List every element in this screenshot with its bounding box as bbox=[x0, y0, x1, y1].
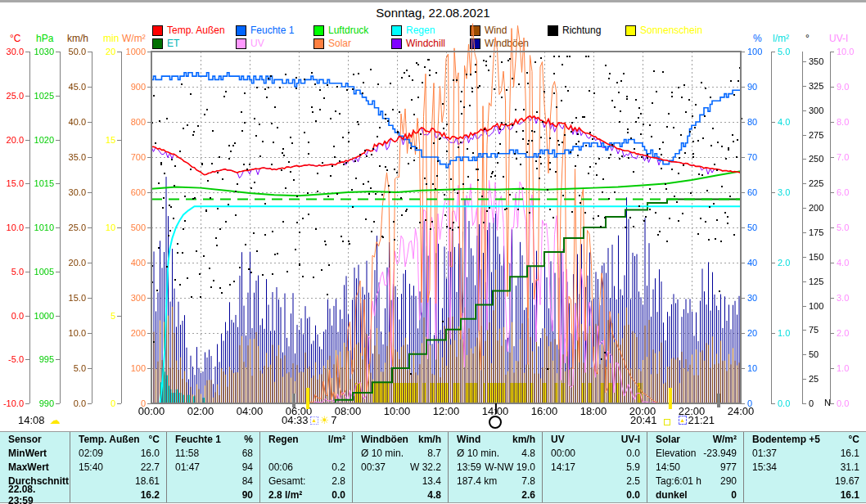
table-row: Ø 10 min.8.7 bbox=[353, 446, 448, 460]
table-col-regen: Regenl/m²00:060.2Gesamt:2.82.8 l/m²0.0 bbox=[259, 432, 352, 502]
sensor-unit: °C bbox=[140, 434, 160, 445]
table-row: 90 bbox=[167, 488, 259, 502]
table-header: SolarW/m² bbox=[647, 432, 743, 446]
max-sunshine-time: 14:08 bbox=[18, 414, 45, 426]
cell-time: 15:40 bbox=[79, 461, 103, 473]
row-label: 22.08. 23:59 bbox=[8, 484, 63, 504]
cell-time: Gesamt: bbox=[268, 475, 305, 487]
table-header: Temp. Außen°C bbox=[70, 432, 166, 446]
table-row: Gesamt:2.8 bbox=[260, 474, 352, 488]
cell-time: 13:59 bbox=[457, 461, 481, 473]
sensor-unit: km/h bbox=[480, 434, 535, 445]
cell-value: 4.8 bbox=[361, 489, 441, 501]
table-row: Tag:6:01 h290 bbox=[647, 474, 743, 488]
cell-time: Elevation bbox=[656, 448, 696, 459]
table-row: 19.67 bbox=[744, 474, 866, 488]
table-col-windb-en: Windböenkm/hØ 10 min.8.700:37W 32.213.44… bbox=[352, 432, 448, 502]
table-row: 18.61 bbox=[70, 474, 166, 488]
table-row: 01:4794 bbox=[167, 460, 259, 474]
row-label: MinWert bbox=[8, 448, 47, 459]
cell-value: 977 bbox=[680, 461, 737, 473]
cell-time: 01:47 bbox=[175, 461, 200, 473]
cell-time: 02:09 bbox=[79, 448, 103, 459]
table-col-temp-au-en: Temp. Außen°C02:0916.015:4022.718.6116.2 bbox=[70, 432, 166, 502]
cell-time: Ø 10 min. bbox=[361, 448, 404, 459]
cell-value: 7.8 bbox=[497, 475, 535, 487]
sunset-time: 20:41 bbox=[630, 414, 657, 426]
sensor-name: Solar bbox=[656, 434, 680, 445]
cell-value: 0.0 bbox=[551, 489, 640, 501]
row-label: Sensor bbox=[8, 434, 42, 445]
table-row: 4.8 bbox=[353, 488, 448, 502]
cell-time: 187.4 km bbox=[457, 475, 497, 487]
table-col-uv: UVUV-I00:000.014:175.92.50.0 bbox=[542, 432, 647, 502]
cell-value: 0 bbox=[688, 489, 737, 501]
sensor-unit: l/m² bbox=[299, 434, 345, 445]
sensor-name: Wind bbox=[457, 434, 480, 445]
cell-time: Tag:6:01 h bbox=[656, 475, 701, 487]
cell-value: 5.9 bbox=[575, 461, 640, 473]
table-header: Windkm/h bbox=[449, 432, 542, 446]
table-col-feuchte-1: Feuchte 1%11:586801:47948490 bbox=[166, 432, 259, 502]
cell-value: 31.1 bbox=[777, 461, 859, 473]
table-row: 13.4 bbox=[353, 474, 448, 488]
table-row: 0.0 bbox=[543, 488, 647, 502]
sensor-name: Bodentemp +5 bbox=[752, 434, 820, 445]
table-row: Elevation-23.949 bbox=[647, 446, 743, 460]
cell-value: 2.6 bbox=[457, 489, 535, 501]
dawn-time: 04:33 bbox=[282, 414, 309, 426]
cell-value: 18.61 bbox=[79, 475, 160, 487]
cell-time: 15:34 bbox=[752, 461, 777, 473]
table-col-wind: Windkm/hØ 10 min.4.813:59W-NW 19.0187.4 … bbox=[448, 432, 542, 502]
table-row: 16.1 bbox=[744, 488, 866, 502]
sensor-unit: % bbox=[221, 434, 253, 445]
cell-value: 0.2 bbox=[293, 461, 345, 473]
table-row: 13:59W-NW 19.0 bbox=[449, 460, 542, 474]
table-row: 15:4022.7 bbox=[70, 460, 166, 474]
cell-time: 00:37 bbox=[361, 461, 386, 473]
cell-value: 16.2 bbox=[79, 489, 160, 501]
cell-value: 13.4 bbox=[361, 475, 441, 487]
table-row: 14:175.9 bbox=[543, 460, 647, 474]
row-label: MaxWert bbox=[8, 461, 49, 473]
cell-value: 16.1 bbox=[752, 489, 859, 501]
cell-value: 2.5 bbox=[551, 475, 640, 487]
table-header: Feuchte 1% bbox=[167, 432, 259, 446]
cell-value: 8.7 bbox=[404, 448, 441, 459]
sensor-unit: °C bbox=[820, 434, 859, 445]
table-row bbox=[260, 446, 352, 460]
dusk-time: 21:21 bbox=[688, 414, 715, 426]
cell-value: 0.0 bbox=[302, 489, 345, 501]
table-header: Windböenkm/h bbox=[353, 432, 448, 446]
cell-value: 19.67 bbox=[752, 475, 859, 487]
cell-value: 94 bbox=[200, 461, 253, 473]
cell-value: 90 bbox=[175, 489, 253, 501]
stats-table: SensorMinWertMaxWertDurchschnitt22.08. 2… bbox=[0, 431, 866, 503]
dusk-icon: ▲ bbox=[679, 416, 687, 425]
sensor-unit: W/m² bbox=[680, 434, 737, 445]
table-row: 16.2 bbox=[70, 488, 166, 502]
table-row: 11:5868 bbox=[167, 446, 259, 460]
table-row: MaxWert bbox=[0, 460, 70, 474]
table-row: 14:50977 bbox=[647, 460, 743, 474]
sensor-name: Regen bbox=[268, 434, 299, 445]
dawn-extra: 7 bbox=[331, 414, 336, 426]
table-row: 00:37W 32.2 bbox=[353, 460, 448, 474]
table-row: 22.08. 23:59 bbox=[0, 488, 70, 502]
table-row: 2.8 l/m²0.0 bbox=[260, 488, 352, 502]
cell-value: W-NW 19.0 bbox=[481, 461, 535, 473]
table-row: 2.6 bbox=[449, 488, 542, 502]
table-row: Sensor bbox=[0, 432, 70, 446]
cell-value: W 32.2 bbox=[386, 461, 441, 473]
cell-time: 01:37 bbox=[752, 448, 777, 459]
weather-chart-canvas bbox=[0, 0, 866, 504]
table-row: 00:060.2 bbox=[260, 460, 352, 474]
table-row: MinWert bbox=[0, 446, 70, 460]
marker-dawn: 04:33 ▲ ☀ 7 bbox=[282, 414, 336, 426]
cell-value: 4.8 bbox=[499, 448, 535, 459]
sensor-name: Feuchte 1 bbox=[175, 434, 221, 445]
sensor-unit: UV-I bbox=[565, 434, 640, 445]
table-header: UVUV-I bbox=[543, 432, 647, 446]
cell-value: 2.8 bbox=[305, 475, 345, 487]
cell-time: 11:58 bbox=[175, 448, 199, 459]
